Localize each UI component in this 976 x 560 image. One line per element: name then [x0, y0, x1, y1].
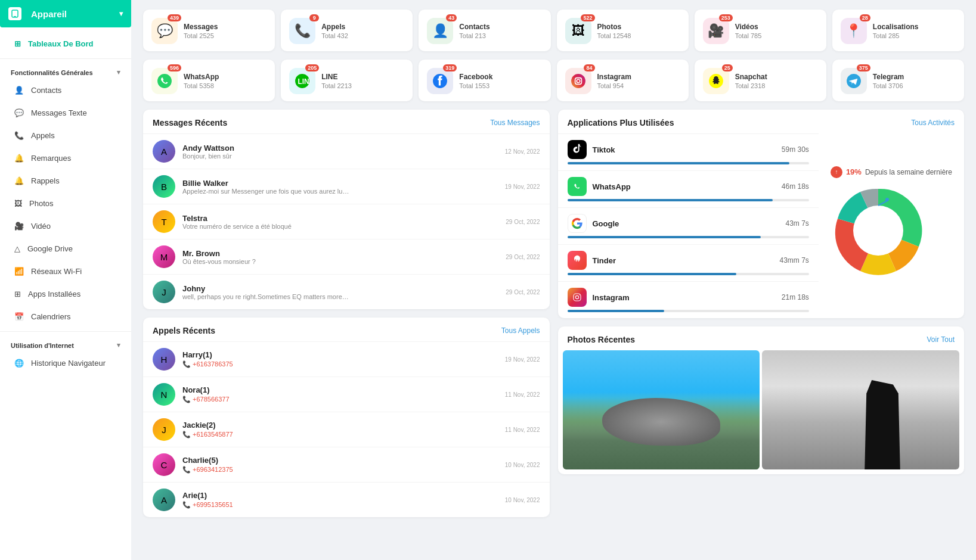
category-internet[interactable]: Utilisation d'Internet ▾ — [0, 335, 131, 351]
message-time: 29 Oct, 2022 — [506, 219, 540, 225]
progress-bar — [568, 199, 809, 201]
app-item-whatsapp[interactable]: WhatsApp 46m 18s — [558, 170, 819, 207]
device-selector[interactable]: Appareil ▾ — [0, 0, 131, 27]
sidebar-item-appels[interactable]: 📞 Appels — [4, 125, 128, 147]
video-icon: 🎥 — [14, 222, 24, 231]
category-chevron-icon: ▾ — [117, 341, 120, 349]
sidebar-item-label: Historique Navigateur — [31, 359, 106, 368]
message-item[interactable]: J Johny well, perhaps you re right.Somet… — [143, 274, 550, 309]
sidebar-item-historique[interactable]: 🌐 Historique Navigateur — [4, 352, 128, 374]
stat-card-telegram[interactable]: 375 Telegram Total 3706 — [832, 60, 964, 101]
stat-card-localisations[interactable]: 📍 28 Localisations Total 285 — [832, 10, 964, 51]
call-item[interactable]: C Charlie(5) 📞 +6963412375 10 Nov, 2022 — [143, 447, 550, 482]
stat-card-appels[interactable]: 📞 9 Appels Total 432 — [281, 10, 413, 51]
sidebar-item-calendriers[interactable]: 📅 Calendriers — [4, 306, 128, 328]
app-name: Tinder — [593, 256, 616, 265]
call-item[interactable]: A Arie(1) 📞 +6995135651 10 Nov, 2022 — [143, 482, 550, 517]
app-name: Google — [593, 219, 619, 228]
tous-activites-link[interactable]: Tous Activités — [911, 119, 955, 127]
call-item[interactable]: H Harry(1) 📞 +6163786375 19 Nov, 2022 — [143, 341, 550, 377]
app-item-google[interactable]: Google 43m 7s — [558, 207, 819, 244]
photo-thumb-nature[interactable] — [563, 350, 760, 469]
app-item-tiktok[interactable]: Tiktok 59m 30s — [558, 133, 819, 170]
tous-appels-link[interactable]: Tous Appels — [501, 326, 540, 335]
stats-row-1: 💬 439 Messages Total 2525 📞 9 Appels Tot… — [143, 10, 964, 51]
whatsapp-icon — [568, 177, 587, 196]
stat-card-line[interactable]: LINE 205 LINE Total 2213 — [281, 60, 413, 101]
stat-card-photos[interactable]: 🖼 522 Photos Total 12548 — [557, 10, 689, 51]
facebook-info: Facebook Total 1553 — [459, 73, 542, 89]
sidebar-item-photos[interactable]: 🖼 Photos — [4, 192, 128, 214]
main-two-col: Messages Récents Tous Messages A Andy Wa… — [143, 110, 964, 517]
category-fonctionnalites[interactable]: Fonctionnalités Générales ▾ — [0, 63, 131, 79]
stat-icon-wrap: 👤 43 — [427, 18, 453, 44]
message-time: 29 Oct, 2022 — [506, 289, 540, 295]
sidebar-item-tableaux[interactable]: ⊞ Tableaux De Bord — [4, 33, 128, 55]
app-item-left: Tiktok — [568, 140, 615, 159]
app-time: 43m 7s — [786, 219, 809, 228]
whatsapp-label: WhatsApp — [184, 73, 267, 81]
messages-badge: 439 — [168, 14, 181, 21]
tous-messages-link[interactable]: Tous Messages — [490, 119, 540, 127]
sidebar-item-apps[interactable]: ⊞ Apps Installées — [4, 283, 128, 305]
telegram-info: Telegram Total 3706 — [873, 73, 956, 89]
message-item[interactable]: T Telstra Votre numéro de service a été … — [143, 204, 550, 239]
stat-card-facebook[interactable]: 319 Facebook Total 1553 — [419, 60, 550, 101]
call-body: Charlie(5) 📞 +6963412375 — [182, 456, 498, 474]
photos-label: Photos — [597, 23, 680, 31]
message-item[interactable]: B Billie Walker Appelez-moi sur Messenge… — [143, 169, 550, 204]
app-item-instagram[interactable]: Instagram 21m 18s — [558, 281, 819, 318]
stats-row-2: 596 WhatsApp Total 5358 LINE 205 LINE To… — [143, 60, 964, 101]
messages-recents-card: Messages Récents Tous Messages A Andy Wa… — [143, 110, 550, 309]
call-item[interactable]: N Nora(1) 📞 +678566377 11 Nov, 2022 — [143, 377, 550, 412]
call-name: Arie(1) — [182, 491, 498, 500]
localisations-badge: 28 — [860, 14, 870, 21]
messages-label: Messages — [184, 23, 267, 31]
sidebar-item-rappels[interactable]: 🔔 Rappels — [4, 170, 128, 192]
message-preview: Où êtes-vous monsieur ? — [182, 258, 349, 265]
sidebar-item-messages-texte[interactable]: 💬 Messages Texte — [4, 102, 128, 124]
apps-utilisees-title: Applications Plus Utilisées — [568, 118, 674, 127]
stat-card-contacts[interactable]: 👤 43 Contacts Total 213 — [419, 10, 550, 51]
app-time: 46m 18s — [782, 182, 809, 191]
google-icon — [568, 214, 587, 233]
sidebar-item-wifi[interactable]: 📶 Réseaux Wi-Fi — [4, 260, 128, 282]
sidebar-item-label: Réseaux Wi-Fi — [31, 267, 82, 276]
photos-badge: 522 — [581, 14, 594, 21]
line-badge: 205 — [305, 64, 319, 71]
message-preview: Appelez-moi sur Messenger une fois que v… — [182, 188, 349, 195]
stat-card-messages[interactable]: 💬 439 Messages Total 2525 — [143, 10, 275, 51]
line-label: LINE — [321, 73, 404, 81]
app-time: 59m 30s — [782, 145, 809, 154]
stat-card-videos[interactable]: 🎥 253 Vidéos Total 785 — [695, 10, 826, 51]
call-item[interactable]: J Jackie(2) 📞 +6163545877 11 Nov, 2022 — [143, 412, 550, 447]
call-time: 10 Nov, 2022 — [505, 497, 540, 503]
photo-thumb-silhouette[interactable] — [762, 350, 959, 469]
svg-point-13 — [575, 295, 578, 298]
facebook-label: Facebook — [459, 73, 542, 81]
sidebar-item-video[interactable]: 🎥 Vidéo — [4, 215, 128, 237]
message-item[interactable]: A Andy Wattson Bonjour, bien sûr 12 Nov,… — [143, 133, 550, 169]
sidebar-item-remarques[interactable]: 🔔 Remarques — [4, 147, 128, 169]
stat-icon-wrap: 596 — [151, 68, 178, 94]
call-name: Jackie(2) — [182, 421, 498, 430]
message-sender: Billie Walker — [182, 179, 498, 188]
progress-fill — [568, 236, 761, 238]
app-item-left: Instagram — [568, 288, 630, 307]
phone-icon: 📞 — [14, 131, 24, 140]
sidebar-item-googledrive[interactable]: △ Google Drive — [4, 238, 128, 260]
voir-tout-link[interactable]: Voir Tout — [927, 335, 955, 344]
message-item[interactable]: M Mr. Brown Où êtes-vous monsieur ? 29 O… — [143, 239, 550, 274]
stat-card-whatsapp[interactable]: 596 WhatsApp Total 5358 — [143, 60, 275, 101]
app-item-tinder[interactable]: Tinder 43mm 7s — [558, 244, 819, 281]
app-item-left: Tinder — [568, 251, 616, 270]
progress-bar — [568, 236, 809, 238]
main-content: 💬 439 Messages Total 2525 📞 9 Appels Tot… — [131, 0, 976, 560]
photos-recentes-title: Photos Récentes — [568, 335, 636, 344]
stat-card-instagram[interactable]: 84 Instagram Total 954 — [557, 60, 689, 101]
videos-label: Vidéos — [735, 23, 818, 31]
sidebar-item-contacts[interactable]: 👤 Contacts — [4, 79, 128, 101]
app-time: 21m 18s — [782, 293, 809, 301]
stat-card-snapchat[interactable]: 25 Snapchat Total 2318 — [695, 60, 826, 101]
stat-icon-wrap: 25 — [703, 68, 729, 94]
